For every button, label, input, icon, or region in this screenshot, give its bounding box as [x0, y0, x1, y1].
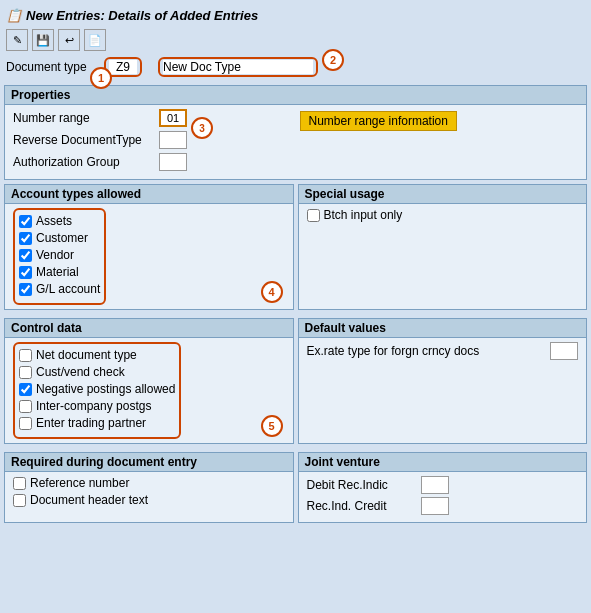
- doc-type-name-input[interactable]: [163, 60, 313, 74]
- doc-header-text-row: Document header text: [13, 493, 285, 507]
- rec-ind-credit-input[interactable]: [421, 497, 449, 515]
- account-gl-checkbox[interactable]: [19, 283, 32, 296]
- auth-group-row: Authorization Group: [13, 153, 292, 171]
- neg-postings-checkbox[interactable]: [19, 383, 32, 396]
- reverse-doc-type-label: Reverse DocumentType: [13, 133, 153, 147]
- title-bar: 📋 New Entries: Details of Added Entries: [4, 4, 587, 27]
- net-doc-type-label: Net document type: [36, 348, 137, 362]
- account-material-label: Material: [36, 265, 79, 279]
- enter-trading-label: Enter trading partner: [36, 416, 146, 430]
- reverse-doc-type-row: Reverse DocumentType: [13, 131, 292, 149]
- control-data-header: Control data: [5, 319, 293, 338]
- account-assets-checkbox[interactable]: [19, 215, 32, 228]
- annotation-2: 2: [322, 49, 344, 71]
- control-data-content: Net document type Cust/vend check Negati…: [5, 338, 293, 443]
- required-jv-row: Required during document entry Reference…: [4, 452, 587, 527]
- default-values-header: Default values: [299, 319, 587, 338]
- reverse-doc-type-input[interactable]: [159, 131, 187, 149]
- toolbar-btn-doc[interactable]: 📄: [84, 29, 106, 51]
- number-range-label: Number range: [13, 111, 153, 125]
- doc-type-name-outline: [158, 57, 318, 77]
- control-data-outline-group: Net document type Cust/vend check Negati…: [13, 342, 181, 439]
- net-doc-type-row: Net document type: [19, 348, 175, 362]
- account-gl-label: G/L account: [36, 282, 100, 296]
- ref-number-checkbox[interactable]: [13, 477, 26, 490]
- annotation-1: 1: [90, 67, 112, 89]
- default-values-content: Ex.rate type for forgn crncy docs: [299, 338, 587, 378]
- debit-rec-row: Debit Rec.Indic: [307, 476, 579, 494]
- ex-rate-row: Ex.rate type for forgn crncy docs: [307, 342, 579, 360]
- account-vendor-label: Vendor: [36, 248, 74, 262]
- joint-venture-header: Joint venture: [299, 453, 587, 472]
- doc-type-row: Document type 1 2: [4, 55, 587, 79]
- account-assets-label: Assets: [36, 214, 72, 228]
- account-material-checkbox[interactable]: [19, 266, 32, 279]
- control-data-section: Control data Net document type Cust/vend…: [4, 318, 294, 444]
- account-types-header: Account types allowed: [5, 185, 293, 204]
- btch-input-row: Btch input only: [307, 208, 579, 222]
- account-special-row: Account types allowed Assets Customer Ve…: [4, 184, 587, 314]
- auth-group-input[interactable]: [159, 153, 187, 171]
- ref-number-label: Reference number: [30, 476, 129, 490]
- properties-section: Properties Number range 3 Reverse Docume…: [4, 85, 587, 180]
- auth-group-label: Authorization Group: [13, 155, 153, 169]
- inter-company-label: Inter-company postgs: [36, 399, 151, 413]
- ref-number-row: Reference number: [13, 476, 285, 490]
- cust-vend-check-checkbox[interactable]: [19, 366, 32, 379]
- account-types-content: Assets Customer Vendor Material: [5, 204, 293, 309]
- inter-company-row: Inter-company postgs: [19, 399, 175, 413]
- account-material-row: Material: [19, 265, 100, 279]
- ex-rate-input[interactable]: [550, 342, 578, 360]
- required-content: Reference number Document header text: [5, 472, 293, 514]
- annotation-4: 4: [261, 281, 283, 303]
- joint-venture-section: Joint venture Debit Rec.Indic Rec.Ind. C…: [298, 452, 588, 523]
- debit-rec-label: Debit Rec.Indic: [307, 478, 417, 492]
- cust-vend-check-label: Cust/vend check: [36, 365, 125, 379]
- main-window: 📋 New Entries: Details of Added Entries …: [0, 0, 591, 531]
- toolbar: ✎ 💾 ↩ 📄: [4, 27, 587, 55]
- toolbar-btn-edit[interactable]: ✎: [6, 29, 28, 51]
- account-types-section: Account types allowed Assets Customer Ve…: [4, 184, 294, 310]
- btch-input-checkbox[interactable]: [307, 209, 320, 222]
- neg-postings-label: Negative postings allowed: [36, 382, 175, 396]
- doc-header-text-checkbox[interactable]: [13, 494, 26, 507]
- annotation-5: 5: [261, 415, 283, 437]
- title-icon: 📋: [6, 8, 22, 23]
- rec-ind-credit-label: Rec.Ind. Credit: [307, 499, 417, 513]
- properties-content: Number range 3 Reverse DocumentType Auth…: [5, 105, 586, 179]
- ex-rate-label: Ex.rate type for forgn crncy docs: [307, 344, 545, 358]
- doc-header-text-label: Document header text: [30, 493, 148, 507]
- default-values-section: Default values Ex.rate type for forgn cr…: [298, 318, 588, 444]
- account-gl-row: G/L account: [19, 282, 100, 296]
- debit-rec-input[interactable]: [421, 476, 449, 494]
- account-customer-label: Customer: [36, 231, 88, 245]
- joint-venture-content: Debit Rec.Indic Rec.Ind. Credit: [299, 472, 587, 522]
- properties-header: Properties: [5, 86, 586, 105]
- account-customer-checkbox[interactable]: [19, 232, 32, 245]
- number-range-input[interactable]: [159, 109, 187, 127]
- toolbar-btn-undo[interactable]: ↩: [58, 29, 80, 51]
- btch-input-label: Btch input only: [324, 208, 403, 222]
- annotation-3: 3: [191, 117, 213, 139]
- number-range-info-button[interactable]: Number range information: [300, 111, 457, 131]
- enter-trading-row: Enter trading partner: [19, 416, 175, 430]
- control-default-row: Control data Net document type Cust/vend…: [4, 318, 587, 448]
- cust-vend-check-row: Cust/vend check: [19, 365, 175, 379]
- number-range-row: Number range 3: [13, 109, 292, 127]
- doc-type-code-input[interactable]: [109, 60, 137, 74]
- inter-company-checkbox[interactable]: [19, 400, 32, 413]
- special-usage-content: Btch input only: [299, 204, 587, 264]
- doc-type-label: Document type: [6, 60, 96, 74]
- neg-postings-row: Negative postings allowed: [19, 382, 175, 396]
- toolbar-btn-save[interactable]: 💾: [32, 29, 54, 51]
- page-title: New Entries: Details of Added Entries: [26, 8, 258, 23]
- required-header: Required during document entry: [5, 453, 293, 472]
- special-usage-section: Special usage Btch input only: [298, 184, 588, 310]
- account-customer-row: Customer: [19, 231, 100, 245]
- net-doc-type-checkbox[interactable]: [19, 349, 32, 362]
- account-vendor-checkbox[interactable]: [19, 249, 32, 262]
- account-vendor-row: Vendor: [19, 248, 100, 262]
- enter-trading-checkbox[interactable]: [19, 417, 32, 430]
- account-types-outline-group: Assets Customer Vendor Material: [13, 208, 106, 305]
- required-section: Required during document entry Reference…: [4, 452, 294, 523]
